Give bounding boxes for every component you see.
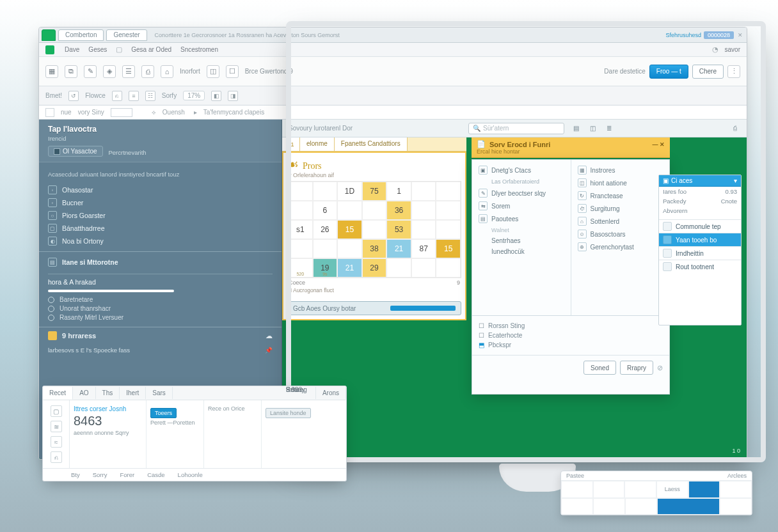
sf-4[interactable]: Lohoonle xyxy=(178,471,203,478)
ribbon-icon-h[interactable]: ◫ xyxy=(207,65,219,78)
nav-item-1[interactable]: ▫Bucner xyxy=(48,196,273,209)
key-4[interactable] xyxy=(688,481,720,498)
ribbon2-icon-c[interactable]: ≡ xyxy=(129,91,139,101)
key-b2[interactable] xyxy=(625,498,657,515)
toolbar-icon-b[interactable]: ◫ xyxy=(587,123,598,134)
quick-button-b[interactable]: Rrapry xyxy=(620,361,653,375)
primary-action-button[interactable]: Froo — t xyxy=(649,65,688,79)
calendar-cell[interactable]: 1D xyxy=(337,182,362,201)
calendar-cell[interactable] xyxy=(288,182,313,201)
sf-2[interactable]: Forer xyxy=(120,471,134,478)
calendar-cell[interactable]: 26 xyxy=(313,220,338,239)
ribbon-icon-g[interactable]: ⌂ xyxy=(161,65,173,78)
pin-icon[interactable]: 📌 xyxy=(265,347,273,354)
calendar-cell[interactable]: 199s xyxy=(313,258,338,278)
ribbon-icon-c[interactable]: ✎ xyxy=(84,65,97,78)
sf-tab-b[interactable]: Fpanetts Candattiors xyxy=(335,137,408,151)
top-tab-b[interactable]: Genester xyxy=(106,29,147,41)
stat-ico-a[interactable]: ▢ xyxy=(51,405,62,417)
top-tab-a[interactable]: Comberton xyxy=(58,29,104,41)
calendar-cell[interactable] xyxy=(313,182,338,201)
ribbon-icon-i[interactable]: ☐ xyxy=(226,65,239,78)
ribbon2-mid-b[interactable]: Sorfy xyxy=(162,92,177,99)
account-link[interactable]: Sfehrusuhesd xyxy=(665,32,701,38)
ribbon-icon-e[interactable]: ☰ xyxy=(122,65,135,78)
calendar-cell[interactable]: 21 xyxy=(337,258,362,278)
calendar-cell[interactable] xyxy=(411,201,436,220)
calendar-cell[interactable] xyxy=(411,220,436,239)
calendar-cell[interactable]: 87 xyxy=(411,239,436,258)
menu-file[interactable]: Dave xyxy=(65,46,79,53)
qa-0[interactable]: ▣Dnetg's Ctacs xyxy=(479,164,564,176)
calendar-cell[interactable]: 29 xyxy=(362,258,387,278)
side-bottom-head[interactable]: 9 hrraress ☁ xyxy=(39,327,282,344)
menu-edit[interactable]: Geses xyxy=(88,46,107,53)
ribbon-icon-b[interactable]: ⧉ xyxy=(65,65,77,78)
radio-c[interactable]: Rasanty Mitrl Lversuer xyxy=(48,314,273,321)
ribbon-icon-f[interactable]: ⎙ xyxy=(141,65,154,78)
stab-4[interactable]: Sars xyxy=(146,387,173,399)
ribbon2-icon-d[interactable]: ☷ xyxy=(145,91,155,101)
sf-0[interactable]: Bty xyxy=(71,471,80,478)
stat-ico-c[interactable]: ≈ xyxy=(51,436,62,448)
nav-item-4[interactable]: ◐Noa bi Ortony xyxy=(48,235,273,247)
stab-3[interactable]: Ihert xyxy=(120,387,146,399)
sf-lead-tab[interactable]: 91 xyxy=(282,137,300,151)
calendar-cell[interactable] xyxy=(436,201,461,220)
stat-ico-b[interactable]: ≋ xyxy=(51,421,62,432)
calendar-cell[interactable] xyxy=(288,201,313,220)
user-icon[interactable]: ◔ xyxy=(712,45,718,54)
calendar-cell[interactable]: 15 xyxy=(436,239,461,258)
ribbon2-icon-f[interactable]: ◨ xyxy=(228,91,238,101)
secondary-action-button[interactable]: Chere xyxy=(692,65,724,79)
calendar-grid[interactable]: 1D751636s126155338218715520199s2129 xyxy=(287,181,461,278)
ribbon2-mid-a[interactable]: Flowce xyxy=(85,92,106,99)
sum-item-3[interactable]: Rout tootnent xyxy=(659,260,741,273)
sf-1[interactable]: Sorry xyxy=(93,471,107,478)
qf-1[interactable]: ☐Ecaterhocte xyxy=(479,331,663,340)
formula-input[interactable] xyxy=(111,108,132,117)
key-5[interactable] xyxy=(720,481,752,498)
calendar-cell[interactable] xyxy=(436,182,461,201)
qa-3[interactable]: ▤Paoutees xyxy=(479,212,564,225)
calendar-progress-bar[interactable]: Gcb Aoes Oursy botar xyxy=(287,301,461,315)
nav-item-0[interactable]: ◦Ohasostar xyxy=(48,184,273,196)
qb-5[interactable]: ☺Basosctoars xyxy=(578,228,663,240)
toolbar-icon-c[interactable]: ≣ xyxy=(604,123,614,134)
nav-item-2[interactable]: ○Piors Goarster xyxy=(48,209,273,222)
quick-button-a[interactable]: Soned xyxy=(584,361,616,375)
key-1[interactable] xyxy=(593,481,625,498)
radio-a[interactable]: Baretnetare xyxy=(48,296,273,303)
sf-3[interactable]: Casde xyxy=(147,471,164,478)
key-b4[interactable] xyxy=(720,498,752,515)
calendar-cell[interactable] xyxy=(411,258,436,278)
calendar-cell[interactable]: 6 xyxy=(313,201,338,220)
radio-b[interactable]: Unorat thanrshacr xyxy=(48,305,273,312)
key-b3[interactable] xyxy=(657,498,720,515)
calendar-cell[interactable]: s1 xyxy=(288,220,313,239)
metric2-btn[interactable]: Toeers xyxy=(150,408,177,418)
qb-6[interactable]: ⊕Gerenchorytast xyxy=(578,240,663,253)
sf-tab-a[interactable]: elonme xyxy=(300,137,335,151)
ribbon2-icon-b[interactable]: ⎌ xyxy=(112,91,122,101)
sum-item-0[interactable]: Commonule tep xyxy=(659,219,741,233)
cloud-icon[interactable]: ☁ xyxy=(266,332,273,340)
sum-item-1[interactable]: Yaan tooeh bo xyxy=(659,233,741,246)
stab-2[interactable]: Ths xyxy=(96,387,120,399)
nav-item-3[interactable]: ▢Bánatthadrree xyxy=(48,222,273,235)
qb-0[interactable]: ▦Instrores xyxy=(578,164,663,176)
calendar-cell[interactable]: 520 xyxy=(288,258,313,278)
sum-item-2[interactable]: Irndheittin xyxy=(659,246,741,260)
ribbon2-icon-e[interactable]: ◧ xyxy=(211,91,221,101)
close-icon[interactable]: ✕ xyxy=(736,32,744,38)
menu-view[interactable]: Gesa ar Oded xyxy=(131,46,171,53)
qa-2[interactable]: ⇆Sorem xyxy=(479,199,564,212)
qf-2[interactable]: ⬒Pbckspr xyxy=(479,340,663,350)
nav-bold[interactable]: ▤ Itane si Mttorotne xyxy=(48,256,273,269)
calendar-cell[interactable] xyxy=(362,220,387,239)
calendar-cell[interactable]: 15 xyxy=(337,220,362,239)
qb-4[interactable]: ⌂Sottenlerd xyxy=(578,215,663,228)
key-b0[interactable] xyxy=(561,498,593,515)
calendar-cell[interactable] xyxy=(436,220,461,239)
ribbon-icon-d[interactable]: ◈ xyxy=(103,65,116,78)
